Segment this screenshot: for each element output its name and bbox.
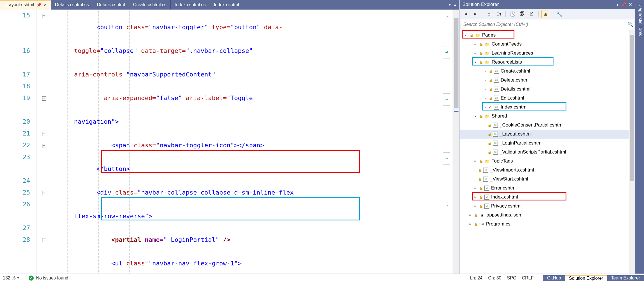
fold-column[interactable]: − − − − − − (37, 10, 48, 274)
refresh-icon[interactable]: 🗎 (528, 10, 535, 18)
node-details[interactable]: ▹🔒@Details.cshtml (460, 85, 629, 94)
tree-scrollbar[interactable] (629, 30, 635, 274)
tab-details-cs[interactable]: Details.cshtml.cs (51, 0, 93, 10)
back-icon[interactable]: ◄ (462, 10, 470, 18)
status-bar: 132 % ▼ ✓ No issues found Ln: 24 Ch: 30 … (0, 274, 644, 282)
tab-solution-explorer[interactable]: Solution Explorer (565, 275, 607, 281)
node-topictags[interactable]: ▹🔒📁TopicTags (460, 157, 629, 166)
chevron-down-icon[interactable]: ▼ (17, 276, 19, 279)
line-indicator[interactable]: Ln: 24 (470, 276, 482, 281)
node-learningresources[interactable]: ▹🔒📁LearningResources (460, 49, 629, 58)
search-input[interactable] (460, 20, 626, 29)
forward-icon[interactable]: ► (471, 10, 479, 18)
node-privacy[interactable]: ▹🔒@Privacy.cshtml (460, 202, 629, 211)
diagnostic-tools-tab[interactable]: Diagnostic Tools (635, 0, 644, 274)
char-indicator[interactable]: Ch: 30 (488, 276, 501, 281)
tab-index-cs[interactable]: Index.cshtml.cs (171, 0, 210, 10)
node-validation[interactable]: 🔒@_ValidationScriptsPartial.cshtml (460, 148, 629, 157)
pin-icon[interactable]: 📌 (37, 3, 41, 7)
lineending-indicator[interactable]: CRLF (522, 276, 537, 281)
editor-scrollbar[interactable] (453, 10, 459, 274)
node-loginpartial[interactable]: 🔒@_LoginPartial.cshtml (460, 139, 629, 148)
node-pages[interactable]: ▴🔒📁Pages (460, 31, 629, 40)
tab-team-explorer[interactable]: Team Explorer (607, 275, 644, 281)
check-icon: ✓ (29, 276, 34, 281)
node-shared[interactable]: ▴🔒📁Shared (460, 112, 629, 121)
tab-layout-cshtml[interactable]: _Layout.cshtml 📌 ✕ (0, 0, 51, 10)
node-error[interactable]: ▹🔒@Error.cshtml (460, 184, 629, 193)
node-edit[interactable]: ▹🔒@Edit.cshtml (460, 94, 629, 103)
zoom-level[interactable]: 132 % ▼ (3, 276, 23, 281)
tab-index-cshtml[interactable]: Index.cshtml (210, 0, 243, 10)
close-icon[interactable]: ✕ (44, 3, 47, 7)
node-viewstart[interactable]: 🔒@_ViewStart.cshtml (460, 175, 629, 184)
line-number-gutter: 15 16 17 18 19 20 21 22 23 24 25 26 27 2… (0, 10, 37, 274)
document-tab-bar: _Layout.cshtml 📌 ✕ Details.cshtml.cs Det… (0, 0, 459, 10)
sync-icon[interactable]: 🗐 (518, 10, 526, 18)
issues-status: No issues found (36, 276, 68, 281)
node-create[interactable]: ▹🔒@Create.cshtml (460, 67, 629, 76)
tab-github[interactable]: GitHub (543, 275, 565, 281)
tab-create-cs[interactable]: Create.cshtml.cs (129, 0, 171, 10)
node-contentfeeds[interactable]: ▹🔒📁ContentFeeds (460, 40, 629, 49)
switch-views-icon[interactable]: 🗂 (495, 10, 503, 18)
node-program[interactable]: ▹🔒C#Program.cs (460, 220, 629, 229)
tab-label: _Layout.cshtml (4, 2, 34, 7)
pin-icon[interactable]: 📌 (621, 2, 626, 7)
solution-tree[interactable]: ▴🔒📁Pages ▹🔒📁ContentFeeds ▹🔒📁LearningReso… (460, 30, 629, 274)
properties-icon[interactable]: 🔧 (555, 10, 563, 18)
show-all-files-icon[interactable]: ⊞ (541, 10, 549, 18)
solution-explorer-toolbar: ◄ ► ⌂ 🗂 🕓 🗐 🗎 ⊞ 🔧 (460, 9, 635, 19)
tab-details-cshtml[interactable]: Details.cshtml (93, 0, 129, 10)
solution-explorer-title[interactable]: Solution Explorer ▾ 📌 ✕ (460, 0, 635, 9)
node-cookie[interactable]: 🔒@_CookieConsentPartial.cshtml (460, 121, 629, 130)
node-viewimports[interactable]: 🔒@_ViewImports.cshtml (460, 166, 629, 175)
solution-explorer-search[interactable]: 🔍 (460, 20, 634, 29)
node-delete[interactable]: ▹🔒@Delete.cshtml (460, 76, 629, 85)
node-index-root[interactable]: ▹🔒@Index.cshtml (460, 193, 629, 202)
search-icon[interactable]: 🔍 (626, 20, 634, 28)
pending-changes-icon[interactable]: 🕓 (509, 10, 516, 18)
code-editor[interactable]: 15 16 17 18 19 20 21 22 23 24 25 26 27 2… (0, 10, 459, 274)
node-appsettings[interactable]: ▹🔒🗎appsettings.json (460, 211, 629, 220)
tab-overflow-icon[interactable]: ▾ (449, 3, 451, 7)
close-icon[interactable]: ✕ (629, 2, 632, 7)
node-layout[interactable]: 🔒@_Layout.cshtml (460, 130, 629, 139)
node-index-rl[interactable]: ▹✓@Index.cshtml (460, 103, 629, 112)
indent-indicator[interactable]: SPC (507, 276, 516, 281)
node-resourcelists[interactable]: ▴🔒📁ResourceLists (460, 58, 629, 67)
tab-settings-icon[interactable]: ⚙ (453, 3, 457, 7)
dropdown-icon[interactable]: ▾ (616, 2, 618, 7)
code-body[interactable]: <button class="navbar-toggler" type="but… (48, 10, 453, 274)
home-icon[interactable]: ⌂ (485, 10, 493, 18)
solution-explorer-panel: Solution Explorer ▾ 📌 ✕ ◄ ► ⌂ 🗂 🕓 🗐 🗎 ⊞ … (459, 0, 635, 274)
editor-pane: _Layout.cshtml 📌 ✕ Details.cshtml.cs Det… (0, 0, 459, 274)
